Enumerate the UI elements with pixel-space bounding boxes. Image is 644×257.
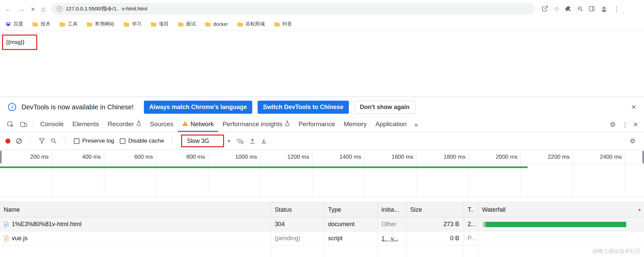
request-row[interactable]: 1%E3%80%81v-html.html304documentOther273… — [0, 217, 644, 232]
tab-application[interactable]: Application — [371, 117, 411, 132]
back-button[interactable]: ← — [5, 5, 12, 12]
annotation-highlight-msg: {{msg}} — [2, 35, 37, 50]
site-info-icon[interactable]: i — [57, 6, 62, 12]
scrollbar-thumb[interactable] — [0, 151, 2, 163]
waterfall-bar — [483, 222, 626, 227]
network-toolbar: Preserve log Disable cache Slow 3G ▾ ⚙ — [0, 132, 644, 150]
document-icon — [4, 221, 9, 227]
checkbox-box[interactable] — [120, 138, 125, 144]
waterfall-sort-icon[interactable]: ▲ — [638, 207, 641, 211]
tab-network[interactable]: Network — [178, 117, 218, 132]
search-icon[interactable] — [51, 138, 57, 144]
bookmark-item[interactable]: 技术 — [32, 21, 50, 27]
match-language-button[interactable]: Always match Chrome's language — [144, 101, 252, 114]
tab-label: Network — [191, 120, 214, 128]
request-type-cell: document — [324, 217, 378, 231]
baidu-favicon-icon — [5, 21, 11, 27]
url-text[interactable]: 127.0.0.1:5500/指令/1、v-html.html — [66, 5, 147, 12]
bookmarks-bar: 百度技术工具常用网站学习项目面试docker谷粒商城抖音 — [0, 17, 644, 31]
playlist-icon[interactable] — [577, 6, 583, 11]
page-content: {{msg}} — [0, 31, 644, 97]
column-label: Size — [410, 206, 422, 213]
devtools-infobar: i DevTools is now available in Chinese! … — [0, 97, 644, 117]
scrollbar-thumb[interactable] — [642, 151, 644, 163]
column-header-time[interactable]: T.. — [464, 202, 478, 217]
column-header-type[interactable]: Type — [324, 202, 378, 217]
browser-menu-icon[interactable]: ⋮ — [613, 5, 620, 13]
tab-performance[interactable]: Performance — [294, 117, 339, 132]
column-header-initiator[interactable]: Initia... — [378, 202, 407, 217]
bookmark-item[interactable]: 常用网站 — [87, 21, 114, 27]
tab-elements[interactable]: Elements — [68, 117, 103, 132]
column-label: Waterfall — [482, 206, 505, 213]
more-tabs-icon[interactable]: » — [411, 120, 422, 128]
bookmark-item[interactable]: 工具 — [59, 21, 77, 27]
record-button[interactable] — [5, 139, 10, 144]
export-har-icon[interactable] — [261, 138, 267, 144]
request-name: vue.js — [12, 235, 28, 242]
bookmark-item[interactable]: 抖音 — [274, 21, 292, 27]
bookmark-item[interactable]: 面试 — [178, 21, 196, 27]
screen: ← → × ⌂ i 127.0.0.1:5500/指令/1、v-html.htm… — [0, 0, 644, 257]
bookmark-item[interactable]: 谷粒商城 — [237, 21, 265, 27]
throttling-dropdown-icon[interactable]: ▾ — [228, 138, 230, 144]
tab-memory[interactable]: Memory — [339, 117, 371, 132]
column-header-waterfall[interactable]: Waterfall ▲ — [478, 202, 644, 217]
throttling-select[interactable]: Slow 3G — [181, 135, 224, 147]
devtools-close-icon[interactable]: × — [631, 120, 640, 128]
tab-label: Memory — [344, 120, 367, 128]
home-button[interactable]: ⌂ — [41, 5, 45, 12]
folder-icon — [32, 22, 38, 27]
bookmark-item[interactable]: 项目 — [151, 21, 169, 27]
devtools-menu-icon[interactable]: ⋮ — [619, 121, 631, 128]
flask-icon — [136, 120, 141, 128]
stop-button[interactable]: × — [31, 5, 35, 12]
timeline-grid-column — [0, 164, 52, 197]
inspect-element-icon[interactable] — [4, 121, 17, 128]
network-settings-icon[interactable]: ⚙ — [627, 137, 639, 145]
network-overview[interactable]: 200 ms400 ms600 ms800 ms1000 ms1200 ms14… — [0, 150, 644, 197]
extensions-puzzle-icon[interactable] — [565, 6, 571, 12]
timeline-grid-column — [313, 164, 365, 197]
folder-icon — [205, 22, 211, 27]
device-toolbar-icon[interactable] — [17, 121, 30, 127]
import-har-icon[interactable] — [250, 138, 255, 144]
tab-label: Sources — [150, 120, 173, 128]
column-label: T.. — [468, 206, 474, 213]
request-row[interactable]: vue.js(pending)script1、v...0 BP... — [0, 232, 644, 246]
tab-label: Performance insights — [222, 120, 282, 128]
checkbox-box[interactable] — [74, 138, 79, 144]
folder-icon — [123, 22, 129, 27]
tab-performance-insights[interactable]: Performance insights — [218, 117, 294, 132]
dont-show-again-button[interactable]: Don't show again — [354, 101, 415, 114]
column-header-status[interactable]: Status — [271, 202, 324, 217]
timeline-grid-column — [260, 164, 312, 197]
tab-recorder[interactable]: Recorder — [103, 117, 146, 132]
forward-button[interactable]: → — [18, 5, 25, 12]
switch-to-chinese-button[interactable]: Switch DevTools to Chinese — [258, 101, 349, 114]
column-header-name[interactable]: Name — [0, 202, 271, 217]
bookmark-item[interactable]: docker — [205, 21, 228, 27]
bookmark-label: 抖音 — [282, 21, 292, 27]
initiator-link[interactable]: 1、v... — [381, 235, 398, 243]
share-icon[interactable] — [542, 6, 548, 12]
clear-button[interactable] — [16, 138, 22, 144]
bookmark-star-icon[interactable]: ☆ — [554, 5, 559, 13]
bookmark-item[interactable]: 学习 — [123, 21, 142, 27]
tab-sources[interactable]: Sources — [146, 117, 178, 132]
filter-icon[interactable] — [39, 138, 45, 144]
bookmark-item[interactable]: 百度 — [5, 21, 23, 27]
disable-cache-checkbox[interactable]: Disable cache — [120, 138, 164, 144]
preserve-log-checkbox[interactable]: Preserve log — [74, 138, 114, 144]
network-conditions-icon[interactable] — [236, 138, 244, 144]
column-header-size[interactable]: Size — [407, 202, 464, 217]
timeline-tick-label: 2400 ms — [573, 150, 625, 164]
tab-console[interactable]: Console — [36, 117, 68, 132]
infobar-close-icon[interactable]: × — [631, 103, 636, 111]
profile-avatar[interactable] — [600, 5, 608, 12]
request-initiator-cell: Other — [378, 217, 407, 231]
bookmark-label: 常用网站 — [95, 21, 114, 27]
side-panel-icon[interactable] — [589, 6, 595, 11]
url-bar[interactable]: i 127.0.0.1:5500/指令/1、v-html.html — [51, 3, 535, 15]
devtools-settings-icon[interactable]: ⚙ — [607, 120, 619, 128]
